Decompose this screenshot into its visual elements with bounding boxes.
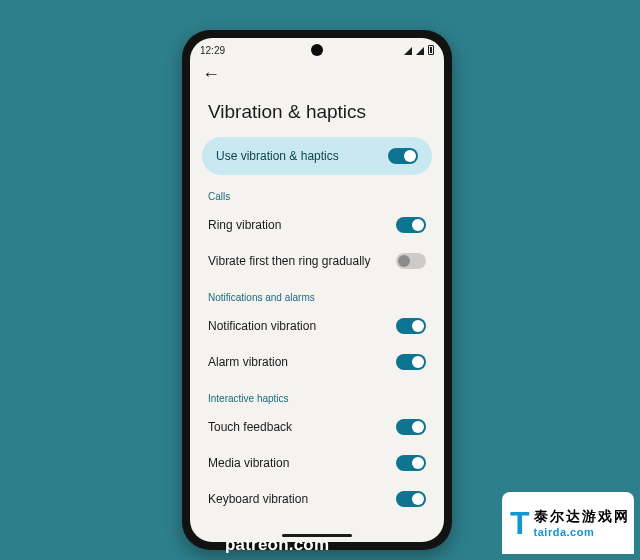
row-notification-vibration[interactable]: Notification vibration (202, 311, 432, 341)
brand-logo[interactable]: T 泰尔达游戏网 tairda.com (504, 494, 632, 552)
clock: 12:29 (200, 45, 225, 56)
row-alarm-vibration[interactable]: Alarm vibration (202, 347, 432, 377)
footer-text: patreon.com (225, 535, 329, 555)
media-vibration-switch[interactable] (396, 455, 426, 471)
touch-feedback-switch[interactable] (396, 419, 426, 435)
row-label: Alarm vibration (208, 355, 288, 369)
row-label: Touch feedback (208, 420, 292, 434)
row-label: Ring vibration (208, 218, 281, 232)
vibrate-first-switch[interactable] (396, 253, 426, 269)
section-label-calls: Calls (202, 181, 432, 204)
back-icon[interactable]: ← (202, 64, 220, 85)
notification-vibration-switch[interactable] (396, 318, 426, 334)
master-toggle-switch[interactable] (388, 148, 418, 164)
alarm-vibration-switch[interactable] (396, 354, 426, 370)
ring-vibration-switch[interactable] (396, 217, 426, 233)
brand-text: 泰尔达游戏网 tairda.com (534, 508, 630, 538)
keyboard-vibration-switch[interactable] (396, 491, 426, 507)
row-keyboard-vibration[interactable]: Keyboard vibration (202, 484, 432, 514)
battery-icon (428, 45, 434, 55)
signal-icon-2 (416, 47, 424, 55)
settings-list: Use vibration & haptics Calls Ring vibra… (190, 137, 444, 514)
page-title: Vibration & haptics (190, 85, 444, 137)
status-icons (404, 45, 434, 55)
camera-cutout (311, 44, 323, 56)
brand-name-cn: 泰尔达游戏网 (534, 508, 630, 526)
section-label-notifications: Notifications and alarms (202, 282, 432, 305)
brand-domain: tairda.com (534, 526, 630, 538)
row-touch-feedback[interactable]: Touch feedback (202, 412, 432, 442)
row-vibrate-first[interactable]: Vibrate first then ring gradually (202, 246, 432, 276)
brand-glyph-icon: T (510, 507, 530, 539)
phone-screen: 12:29 ← Vibration & haptics Use vibratio… (190, 38, 444, 542)
master-toggle-label: Use vibration & haptics (216, 149, 339, 163)
master-toggle-row[interactable]: Use vibration & haptics (202, 137, 432, 175)
row-media-vibration[interactable]: Media vibration (202, 448, 432, 478)
row-label: Vibrate first then ring gradually (208, 254, 371, 268)
row-label: Notification vibration (208, 319, 316, 333)
section-label-interactive: Interactive haptics (202, 383, 432, 406)
row-label: Media vibration (208, 456, 289, 470)
phone-frame: 12:29 ← Vibration & haptics Use vibratio… (182, 30, 452, 550)
row-ring-vibration[interactable]: Ring vibration (202, 210, 432, 240)
row-label: Keyboard vibration (208, 492, 308, 506)
signal-icon (404, 47, 412, 55)
app-bar: ← (190, 60, 444, 85)
